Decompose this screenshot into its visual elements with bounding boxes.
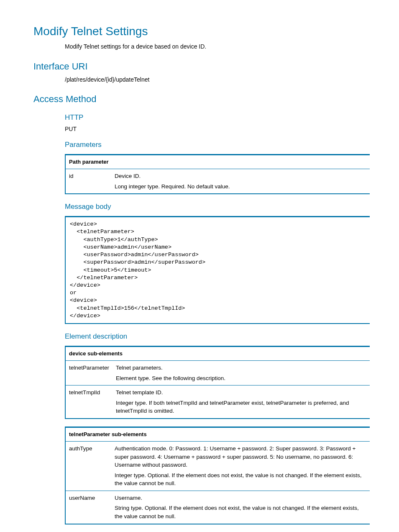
telnet-parameter-sub-elements-table: telnetParameter sub-elements authType Au… [65, 427, 370, 524]
access-method-heading: Access Method [33, 93, 370, 106]
path-param-header: Path parameter [65, 155, 370, 169]
element-desc: Username. String type. Optional. If the … [111, 491, 370, 524]
message-body-heading: Message body [65, 202, 370, 212]
element-name: telnetTmplId [65, 386, 113, 419]
device-sub-header: device sub-elements [65, 346, 370, 360]
element-name: telnetParameter [65, 361, 113, 386]
http-heading: HTTP [65, 113, 370, 123]
element-desc: Authentication mode. 0: Password. 1: Use… [111, 442, 370, 491]
element-description-heading: Element description [65, 332, 370, 342]
table-row: telnetParameter Telnet parameters. Eleme… [65, 361, 370, 386]
param-name: id [65, 169, 111, 194]
element-name: authType [65, 442, 111, 491]
message-body-code: <device> <telnetParameter> <authType>1</… [65, 216, 370, 324]
table-row: userName Username. String type. Optional… [65, 491, 370, 524]
page-description: Modify Telnet settings for a device base… [65, 43, 370, 51]
page-title: Modify Telnet Settings [33, 23, 370, 39]
element-name: userName [65, 491, 111, 524]
device-sub-elements-table: device sub-elements telnetParameter Teln… [65, 346, 370, 419]
http-method: PUT [65, 125, 370, 134]
table-row: authType Authentication mode. 0: Passwor… [65, 442, 370, 491]
path-parameter-table: Path parameter id Device ID. Long intege… [65, 154, 370, 194]
element-desc: Telnet template ID. Integer type. If bot… [113, 386, 370, 419]
parameters-heading: Parameters [65, 140, 370, 150]
param-desc: Device ID. Long integer type. Required. … [111, 169, 370, 194]
element-desc: Telnet parameters. Element type. See the… [113, 361, 370, 386]
telnet-param-header: telnetParameter sub-elements [65, 427, 370, 441]
interface-uri-heading: Interface URI [33, 60, 370, 73]
table-row: id Device ID. Long integer type. Require… [65, 169, 370, 194]
interface-uri-value: /plat/res/device/{id}/updateTelnet [65, 76, 370, 84]
table-row: telnetTmplId Telnet template ID. Integer… [65, 386, 370, 419]
